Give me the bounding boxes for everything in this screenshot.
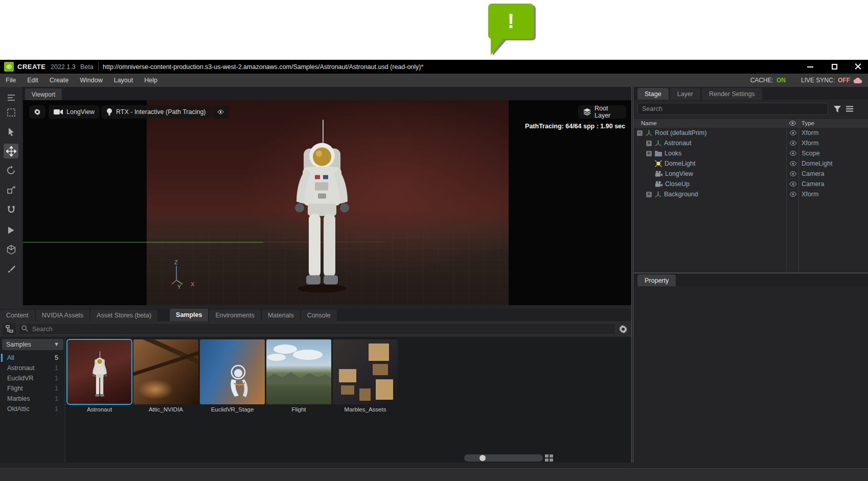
video-camera-icon bbox=[54, 109, 63, 115]
tab-environments[interactable]: Environments bbox=[209, 310, 260, 321]
close-button[interactable] bbox=[848, 60, 868, 74]
tab-layer[interactable]: Layer bbox=[670, 88, 700, 100]
menu-window[interactable]: Window bbox=[74, 74, 108, 87]
collection-label: Samples bbox=[6, 341, 31, 348]
visibility-toggle[interactable] bbox=[787, 181, 798, 187]
sample-item-euclidvr[interactable] bbox=[200, 339, 265, 404]
expand-icon[interactable]: + bbox=[646, 192, 652, 197]
thumbnail-zoom-slider[interactable] bbox=[464, 454, 543, 462]
content-search-input[interactable] bbox=[18, 323, 616, 335]
tree-row-root[interactable]: − Root (defaultPrim) Xform bbox=[634, 128, 868, 138]
crate-shape bbox=[373, 364, 388, 375]
tab-samples[interactable]: Samples bbox=[170, 309, 208, 321]
nvidia-logo-icon bbox=[4, 62, 14, 72]
viewport-tab[interactable]: Viewport bbox=[25, 88, 62, 100]
move-tool-button[interactable] bbox=[4, 144, 18, 158]
grid-view-icon[interactable] bbox=[545, 454, 553, 462]
visibility-button[interactable] bbox=[212, 105, 229, 119]
cursor-tool-button[interactable] bbox=[4, 124, 18, 139]
sample-item-flight[interactable] bbox=[266, 339, 331, 404]
tab-asset-stores[interactable]: Asset Stores (beta) bbox=[90, 310, 157, 321]
collection-dropdown[interactable]: Samples ▼ bbox=[2, 339, 63, 350]
menu-create[interactable]: Create bbox=[44, 74, 75, 87]
tree-row-background[interactable]: + Background Xform bbox=[634, 189, 868, 199]
tab-property[interactable]: Property bbox=[637, 274, 676, 286]
scale-tool-button[interactable] bbox=[4, 182, 18, 197]
filter-count: 5 bbox=[55, 354, 58, 361]
tab-materials[interactable]: Materials bbox=[262, 310, 300, 321]
renderer-selector-button[interactable]: RTX - Interactive (Path Tracing) bbox=[101, 105, 211, 119]
prim-name: Astronaut bbox=[664, 140, 692, 147]
sample-item-marbles[interactable] bbox=[333, 339, 398, 404]
visibility-toggle[interactable] bbox=[787, 192, 798, 197]
filter-oldattic[interactable]: OldAttic 1 bbox=[0, 404, 65, 414]
column-visibility-icon[interactable] bbox=[789, 121, 796, 126]
maximize-button[interactable] bbox=[824, 60, 844, 74]
select-tool-button[interactable] bbox=[4, 105, 18, 120]
sample-item-astronaut[interactable] bbox=[67, 339, 132, 404]
menu-edit[interactable]: Edit bbox=[21, 74, 44, 87]
camera-selector-button[interactable]: LongView bbox=[49, 105, 100, 119]
tree-row-looks[interactable]: + Looks Scope bbox=[634, 148, 868, 158]
filter-euclidvr[interactable]: EuclidVR 1 bbox=[0, 373, 65, 383]
tree-row-closeup[interactable]: CloseUp Camera bbox=[634, 179, 868, 189]
menu-help[interactable]: Help bbox=[139, 74, 163, 87]
visibility-toggle[interactable] bbox=[787, 130, 798, 135]
tree-row-astronaut[interactable]: + Astronaut Xform bbox=[634, 138, 868, 148]
filter-astronaut[interactable]: Astronaut 1 bbox=[0, 363, 65, 373]
filter-flight[interactable]: Flight 1 bbox=[0, 383, 65, 394]
toolbar-menu-button[interactable] bbox=[4, 90, 18, 105]
cache-value[interactable]: ON bbox=[776, 77, 786, 84]
renderer-selector-label: RTX - Interactive (Path Tracing) bbox=[116, 108, 206, 116]
tree-row-domelight[interactable]: DomeLight DomeLight bbox=[634, 158, 868, 169]
content-settings-button[interactable] bbox=[618, 324, 628, 334]
visibility-toggle[interactable] bbox=[787, 151, 798, 156]
viewport-3d[interactable]: Z Y X LongView RTX - Interactive (Path T… bbox=[23, 100, 631, 305]
tree-row-longview[interactable]: LongView Camera bbox=[634, 169, 868, 179]
play-button[interactable] bbox=[4, 223, 18, 238]
minimize-button[interactable] bbox=[800, 60, 820, 74]
collapse-icon[interactable]: − bbox=[637, 130, 643, 136]
menu-file[interactable]: File bbox=[0, 74, 21, 87]
expand-icon[interactable]: + bbox=[646, 141, 652, 146]
root-layer-label: Root Layer bbox=[595, 105, 621, 119]
filter-all[interactable]: All 5 bbox=[0, 353, 65, 363]
tree-view-toggle-button[interactable] bbox=[3, 323, 16, 335]
options-menu-icon[interactable] bbox=[844, 104, 855, 114]
filter-icon[interactable] bbox=[832, 104, 842, 114]
column-type[interactable]: Type bbox=[802, 120, 814, 126]
tab-nvidia-assets[interactable]: NVIDIA Assets bbox=[36, 310, 89, 321]
filter-marbles[interactable]: Marbles 1 bbox=[0, 394, 65, 404]
minimize-icon bbox=[807, 66, 813, 67]
menu-layout[interactable]: Layout bbox=[108, 74, 139, 87]
notification-bubble[interactable]: ! bbox=[484, 1, 545, 61]
prim-type: Camera bbox=[802, 180, 824, 188]
visibility-toggle[interactable] bbox=[787, 171, 798, 176]
sample-item-label: Astronaut bbox=[67, 406, 132, 413]
column-name[interactable]: Name bbox=[641, 120, 657, 126]
paint-tool-button[interactable] bbox=[4, 261, 18, 276]
tab-render-settings[interactable]: Render Settings bbox=[702, 88, 762, 100]
property-panel-tabbar: Property bbox=[634, 273, 868, 286]
app-channel: Beta bbox=[80, 63, 94, 71]
physics-tool-button[interactable] bbox=[4, 242, 18, 257]
tab-stage[interactable]: Stage bbox=[637, 88, 669, 100]
camera-icon bbox=[655, 171, 663, 177]
tab-console[interactable]: Console bbox=[301, 310, 337, 321]
rotate-tool-button[interactable] bbox=[4, 163, 18, 178]
snap-tool-button[interactable] bbox=[4, 202, 18, 217]
astronaut-model[interactable] bbox=[281, 118, 363, 294]
tab-content[interactable]: Content bbox=[0, 310, 35, 321]
camera-icon bbox=[655, 181, 663, 187]
visibility-toggle[interactable] bbox=[787, 161, 798, 166]
crate-shape bbox=[339, 369, 356, 382]
bulb-icon bbox=[106, 108, 112, 116]
sample-item-attic[interactable] bbox=[133, 339, 198, 404]
root-layer-button[interactable]: Root Layer bbox=[578, 105, 626, 119]
livesync-value[interactable]: OFF bbox=[838, 77, 850, 84]
zoom-slider-handle[interactable] bbox=[479, 455, 486, 461]
viewport-settings-button[interactable] bbox=[29, 105, 45, 119]
visibility-toggle[interactable] bbox=[787, 141, 798, 146]
expand-icon[interactable]: + bbox=[646, 151, 652, 156]
stage-search-input[interactable] bbox=[637, 103, 828, 115]
